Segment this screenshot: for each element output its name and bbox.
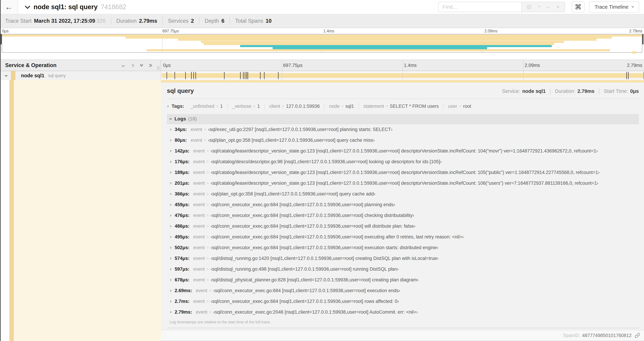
- gridline: [402, 71, 403, 80]
- tag-equals: =: [459, 104, 461, 109]
- log-equals: =: [206, 299, 209, 304]
- gridline: [523, 60, 524, 71]
- prev-result-icon[interactable]: [538, 6, 541, 9]
- minimap-span: [178, 39, 596, 41]
- span-timeline[interactable]: [161, 71, 644, 80]
- log-field-key: event: [196, 288, 208, 293]
- log-equals: =: [209, 310, 212, 314]
- find-input[interactable]: [438, 2, 521, 12]
- log-row[interactable]: 2.69ms:event=‹sql/conn_executor_exec.go:…: [167, 285, 639, 296]
- view-selector-label: Trace Timeline: [594, 4, 628, 10]
- minimap-canvas[interactable]: [2, 34, 642, 53]
- log-field-key: event: [193, 266, 205, 272]
- minimap-left-handle[interactable]: [0, 34, 2, 44]
- ruler-tick-label: 2.09ms: [525, 63, 540, 68]
- expand-one-icon[interactable]: [131, 64, 134, 67]
- log-timestamp: 678μs:: [175, 277, 190, 283]
- logs-header[interactable]: Logs (18): [167, 114, 639, 124]
- span-id-value: 4877749850101760812: [582, 333, 632, 338]
- log-field-key: event: [191, 127, 202, 132]
- expand-all-icon[interactable]: [150, 64, 152, 67]
- log-field-key: event: [193, 234, 205, 240]
- collapse-one-icon[interactable]: [122, 64, 125, 67]
- minimap-right-handle[interactable]: [642, 34, 644, 44]
- log-row[interactable]: 189μs:event=‹sql/catalog/lease/descripto…: [167, 167, 639, 178]
- log-field-value: ‹sql/conn_executor_exec.go:684 [nsql1,cl…: [211, 223, 416, 229]
- trace-info-item: Services2: [168, 17, 200, 25]
- span-row[interactable]: node sql1 sql query: [0, 71, 644, 80]
- log-row[interactable]: 366μs:event=‹sql/plan_opt.go:358 [nsql1,…: [167, 189, 639, 199]
- clear-search-icon[interactable]: [556, 4, 560, 10]
- collapse-all-icon[interactable]: [140, 65, 143, 66]
- next-result-icon[interactable]: [547, 6, 550, 9]
- tag-equals: =: [253, 104, 256, 109]
- column-resizer-grip[interactable]: [157, 66, 159, 70]
- log-row[interactable]: 495μs:event=‹sql/conn_executor_exec.go:6…: [167, 231, 639, 242]
- log-row[interactable]: 574μs:event=‹sql/distsql_running.go:1420…: [167, 253, 639, 264]
- gridline: [282, 60, 282, 71]
- log-field-value: ‹sql/conn_executor_exec.go:2046 [nsql1,c…: [213, 309, 418, 315]
- minimap-tick-label: 697.75μs: [162, 29, 179, 34]
- detail-separator: [167, 98, 639, 99]
- find-group: [438, 2, 565, 12]
- log-row[interactable]: 142μs:event=‹sql/catalog/lease/descripto…: [167, 146, 639, 156]
- log-marker: [248, 72, 248, 79]
- log-timestamp: 366μs:: [175, 191, 190, 197]
- trace-info-value: 10: [266, 18, 272, 24]
- span-link-icon[interactable]: [635, 333, 640, 338]
- keyboard-shortcuts-button[interactable]: [572, 2, 584, 13]
- logs-block: Logs (18) 34μs:event=‹sql/exec_util.go:2…: [167, 114, 639, 328]
- minimap-tick-label: 1.4ms: [324, 29, 334, 34]
- log-equals: =: [209, 288, 212, 293]
- trace-summary-bar: Trace StartMarch 31 2022, 17:25:09.326Du…: [0, 14, 644, 28]
- detail-meta-value: node sql1: [522, 88, 546, 94]
- detail-header: sql query Service:node sql1Duration:2.79…: [167, 87, 639, 94]
- back-button[interactable]: [0, 0, 18, 14]
- trace-collapse-chevron-icon[interactable]: [25, 4, 30, 9]
- log-marker: [246, 72, 247, 79]
- tag-key: _verbose: [232, 104, 251, 109]
- detail-meta-label: Duration:: [555, 88, 576, 94]
- log-equals: =: [204, 127, 206, 132]
- span-name-column: node sql1 sql query: [0, 71, 161, 80]
- locate-icon[interactable]: [527, 5, 531, 9]
- page-title: node sql1: sql query: [34, 3, 98, 11]
- log-timestamp: 189μs:: [175, 170, 190, 175]
- log-row[interactable]: 34μs:event=‹sql/exec_util.go:2297 [nsql1…: [167, 124, 639, 135]
- log-field-value: ‹sql/catalog/lease/descriptor_version_st…: [211, 170, 600, 175]
- log-row[interactable]: 2.7ms:event=‹sql/conn_executor_exec.go:6…: [167, 296, 639, 307]
- log-timestamp: 201μs:: [175, 181, 190, 186]
- tag-value: 1: [257, 104, 260, 109]
- log-field-value: ‹sql/plan_opt.go:358 [nsql1,client=127.0…: [208, 138, 375, 143]
- log-timestamp: 34μs:: [175, 127, 187, 132]
- tag-item: node=sql1: [324, 103, 359, 109]
- log-row[interactable]: 476μs:event=‹sql/conn_executor_exec.go:6…: [167, 210, 639, 221]
- log-marker: [264, 72, 264, 79]
- log-row[interactable]: 486μs:event=‹sql/conn_executor_exec.go:6…: [167, 221, 639, 231]
- tags-expand-chevron-icon[interactable]: [166, 105, 169, 107]
- service-name: node sql1: [21, 73, 44, 79]
- detail-meta-item: Duration:2.79ms: [550, 88, 599, 94]
- tag-equals: =: [282, 104, 284, 109]
- tags-list: _unfinished=1_verbose=1client=127.0.0.1:…: [186, 103, 476, 109]
- log-row[interactable]: 678μs:event=‹sql/distsql_physical_planne…: [167, 274, 639, 285]
- log-row[interactable]: 502μs:event=‹sql/conn_executor_exec.go:6…: [167, 242, 639, 253]
- log-timestamp: 574μs:: [175, 256, 190, 261]
- log-row[interactable]: 176μs:event=‹sql/catalog/descs/descripto…: [167, 156, 639, 167]
- logs-list: 34μs:event=‹sql/exec_util.go:2297 [nsql1…: [167, 124, 639, 317]
- log-row[interactable]: 459μs:event=‹sql/conn_executor_exec.go:6…: [167, 199, 639, 210]
- log-row[interactable]: 201μs:event=‹sql/catalog/lease/descripto…: [167, 178, 639, 189]
- log-field-value: ‹sql/distsql_running.go:498 [nsql1,clien…: [211, 266, 399, 272]
- log-row[interactable]: 80μs:event=‹sql/plan_opt.go:358 [nsql1,c…: [167, 135, 639, 146]
- command-key-icon: [574, 3, 582, 11]
- log-row[interactable]: 597μs:event=‹sql/distsql_running.go:498 …: [167, 264, 639, 274]
- log-field-key: event: [193, 148, 205, 154]
- view-selector-button[interactable]: Trace Timeline: [589, 2, 639, 13]
- service-operation-title: Service & Operation: [0, 62, 56, 69]
- span-collapse-chevron-icon[interactable]: [5, 74, 8, 77]
- logs-collapse-chevron-icon: [169, 117, 172, 120]
- tags-row[interactable]: Tags: _unfinished=1_verbose=1client=127.…: [167, 103, 639, 109]
- log-row[interactable]: 2.79ms:event=‹sql/conn_executor_exec.go:…: [167, 307, 639, 317]
- log-expand-chevron-icon: [169, 268, 172, 270]
- detail-body: sql query Service:node sql1Duration:2.79…: [161, 83, 644, 330]
